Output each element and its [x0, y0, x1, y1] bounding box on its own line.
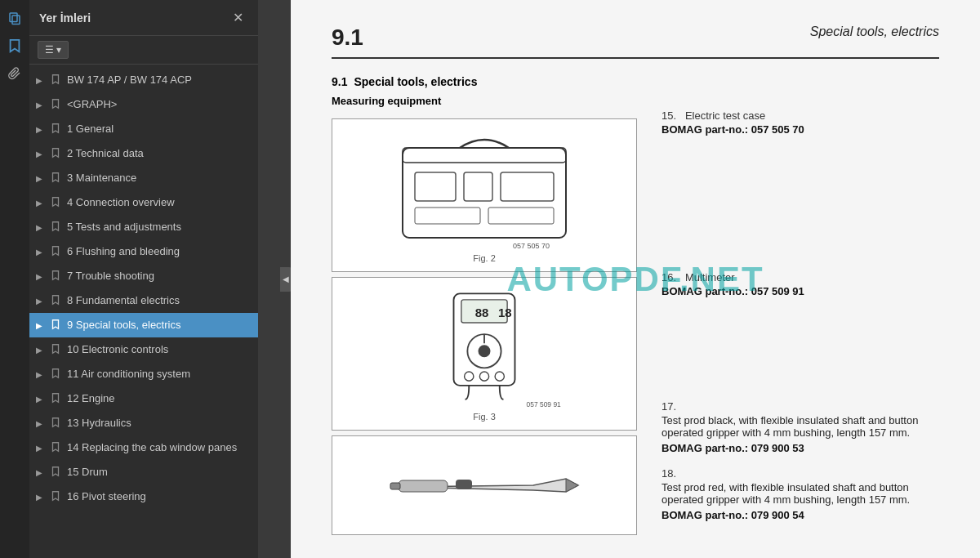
- sidebar-item-label: 13 Hydraulics: [67, 417, 252, 431]
- bookmark-icon: [51, 319, 64, 333]
- sidebar-item-graph[interactable]: ▶<GRAPH>: [29, 92, 258, 117]
- figure-3-label: Fig. 3: [473, 412, 496, 422]
- sidebar-item-electronic[interactable]: ▶10 Electronic controls: [29, 337, 258, 362]
- chevron-icon: ▶: [36, 346, 47, 355]
- bookmark-icon: [51, 147, 64, 161]
- bookmark-icon: [51, 123, 64, 136]
- svg-text:18: 18: [498, 306, 512, 319]
- item-15: 15. Electric test case BOMAG part-no.: 0…: [662, 109, 939, 136]
- svg-rect-7: [415, 208, 480, 224]
- bookmark-icon-btn[interactable]: [3, 34, 26, 57]
- bookmark-icon: [51, 441, 64, 455]
- bookmark-icon: [51, 466, 64, 480]
- svg-rect-0: [12, 16, 20, 25]
- content-area: 9.1 Special tools, electrics Measuring e…: [332, 75, 939, 540]
- svg-text:057 509 91: 057 509 91: [527, 400, 561, 408]
- item-16: 16. Multimeter BOMAG part-no.: 057 509 9…: [662, 271, 939, 297]
- chevron-icon: ▶: [36, 321, 47, 330]
- svg-point-15: [479, 345, 491, 357]
- bookmark-icon: [51, 74, 64, 87]
- bookmark-icon: [51, 343, 64, 357]
- item-15-num: 15. Electric test case: [662, 109, 939, 122]
- chevron-icon: ▶: [36, 419, 47, 428]
- menu-icon: ☰: [45, 44, 54, 56]
- svg-rect-23: [456, 480, 472, 489]
- close-sidebar-button[interactable]: ✕: [228, 8, 248, 27]
- bookmark-icon: [51, 172, 64, 185]
- page-number: 9.1: [332, 25, 363, 51]
- sidebar-item-fundamental[interactable]: ▶8 Fundamental electrics: [29, 288, 258, 313]
- copy-icon-btn[interactable]: [3, 7, 26, 29]
- bookmark-icon: [51, 490, 64, 504]
- sidebar-list: ▶BW 174 AP / BW 174 ACP▶<GRAPH>▶1 Genera…: [29, 65, 258, 558]
- toolbar-menu-button[interactable]: ☰ ▾: [38, 41, 69, 59]
- svg-rect-5: [464, 172, 492, 201]
- sidebar-item-label: 5 Tests and adjustments: [67, 221, 252, 234]
- sidebar-item-label: 12 Engine: [67, 392, 252, 406]
- chevron-icon: ▶: [36, 370, 47, 379]
- figures-column: 9.1 Special tools, electrics Measuring e…: [332, 75, 637, 540]
- item-17-partno: BOMAG part-no.: 079 900 53: [662, 442, 939, 454]
- svg-point-18: [479, 372, 488, 381]
- page-header: 9.1 Special tools, electrics: [332, 25, 939, 59]
- sidebar-item-aircon[interactable]: ▶11 Air conditioning system: [29, 362, 258, 386]
- sidebar-item-label: 7 Trouble shooting: [67, 270, 252, 283]
- figure-2-label: Fig. 2: [473, 253, 496, 263]
- sidebar-item-maintenance[interactable]: ▶3 Maintenance: [29, 166, 258, 190]
- sidebar: Yer İmleri ✕ ☰ ▾ ▶BW 174 AP / BW 174 ACP…: [29, 0, 258, 558]
- svg-marker-22: [566, 479, 578, 492]
- chevron-icon: ▶: [36, 100, 47, 109]
- chevron-icon: ▶: [36, 493, 47, 502]
- chevron-icon: ▶: [36, 297, 47, 306]
- chevron-icon: ▶: [36, 76, 47, 85]
- main-content: AUTOPDF.NET 9.1 Special tools, electrics…: [291, 0, 980, 558]
- sidebar-item-label: 3 Maintenance: [67, 172, 252, 185]
- sidebar-item-connection[interactable]: ▶4 Connection overview: [29, 190, 258, 215]
- item-18-desc: Test prod red, with flexible insulated s…: [662, 481, 939, 506]
- item-17-num: 17.: [662, 400, 939, 413]
- svg-rect-1: [10, 13, 17, 22]
- sidebar-item-label: 11 Air conditioning system: [67, 368, 252, 382]
- figure-3-box: 88 18 057 509 91 Fig. 3: [332, 277, 637, 431]
- item-16-partno: BOMAG part-no.: 057 509 91: [662, 285, 939, 297]
- sidebar-item-label: 9 Special tools, electrics: [67, 319, 252, 333]
- sidebar-item-general[interactable]: ▶1 General: [29, 117, 258, 141]
- sidebar-item-hydraulics[interactable]: ▶13 Hydraulics: [29, 411, 258, 435]
- collapse-sidebar-button[interactable]: ◀: [280, 267, 292, 292]
- sidebar-item-label: 4 Connection overview: [67, 196, 252, 210]
- sidebar-item-label: 14 Replacing the cab window panes: [67, 441, 252, 455]
- svg-rect-8: [488, 208, 554, 224]
- sidebar-item-drum[interactable]: ▶15 Drum: [29, 460, 258, 484]
- sidebar-item-pivot[interactable]: ▶16 Pivot steering: [29, 484, 258, 509]
- figure-probe-illustration: [386, 444, 582, 526]
- sidebar-item-tests[interactable]: ▶5 Tests and adjustments: [29, 215, 258, 239]
- subsection-title: Measuring equipment: [332, 95, 637, 107]
- chevron-icon: ▶: [36, 248, 47, 257]
- sidebar-item-special[interactable]: ▶9 Special tools, electrics: [29, 313, 258, 337]
- chevron-icon: ▶: [36, 223, 47, 232]
- sidebar-item-trouble[interactable]: ▶7 Trouble shooting: [29, 264, 258, 288]
- bookmark-icon: [51, 245, 64, 259]
- sidebar-item-cabwindow[interactable]: ▶14 Replacing the cab window panes: [29, 435, 258, 460]
- sidebar-item-label: 15 Drum: [67, 466, 252, 480]
- chevron-icon: ▶: [36, 468, 47, 477]
- paperclip-icon-btn[interactable]: [3, 62, 26, 85]
- svg-text:88: 88: [475, 306, 489, 319]
- section-heading: 9.1 Special tools, electrics: [332, 75, 637, 88]
- bookmark-icon: [51, 221, 64, 234]
- svg-rect-3: [403, 148, 566, 163]
- section-num: 9.1: [332, 75, 347, 88]
- bookmark-icon: [51, 294, 64, 308]
- sidebar-item-engine[interactable]: ▶12 Engine: [29, 386, 258, 411]
- sidebar-item-bw174[interactable]: ▶BW 174 AP / BW 174 ACP: [29, 68, 258, 92]
- item-18-num: 18.: [662, 467, 939, 480]
- item-18: 18. Test prod red, with flexible insulat…: [662, 467, 939, 521]
- sidebar-item-label: 8 Fundamental electrics: [67, 294, 252, 308]
- middle-panel: ◀: [258, 0, 291, 558]
- sidebar-item-label: 6 Flushing and bleeding: [67, 245, 252, 259]
- bookmark-icon: [51, 196, 64, 210]
- sidebar-item-technical[interactable]: ▶2 Technical data: [29, 141, 258, 166]
- sidebar-toolbar: ☰ ▾: [29, 36, 258, 65]
- sidebar-item-flushing[interactable]: ▶6 Flushing and bleeding: [29, 239, 258, 264]
- sidebar-title: Yer İmleri: [39, 11, 91, 25]
